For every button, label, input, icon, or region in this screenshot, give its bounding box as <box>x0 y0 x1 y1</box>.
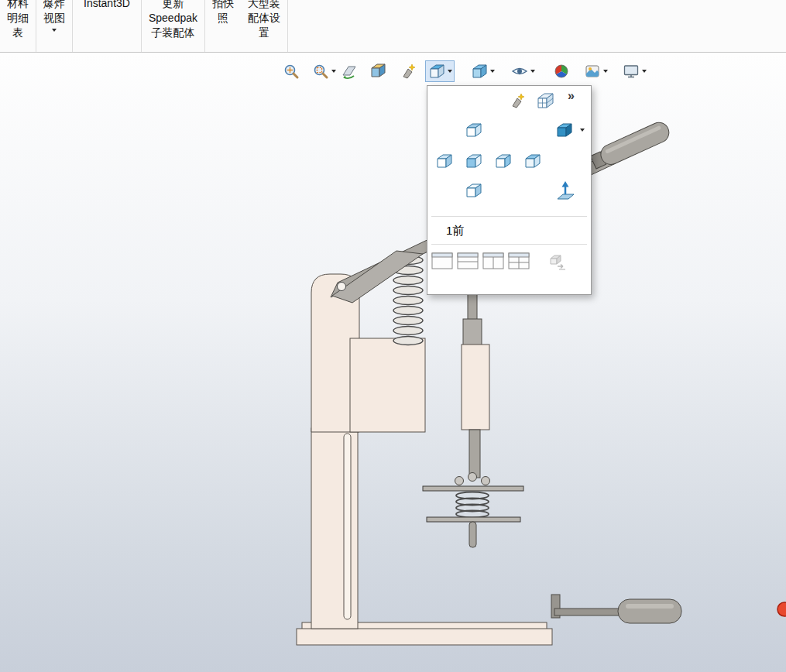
hide-show-items-button[interactable] <box>508 60 537 82</box>
isometric-flyout-caret-icon[interactable] <box>580 129 585 132</box>
panel-divider <box>431 244 587 245</box>
model-crank[interactable] <box>551 595 681 623</box>
toolbar-label: 明细 <box>7 11 29 26</box>
zoom-to-fit-button[interactable] <box>280 60 303 82</box>
front-view-cube-icon <box>463 152 485 170</box>
toolbar-label: 视图 <box>43 11 65 26</box>
hide-show-items-icon <box>510 62 529 81</box>
link-views-button <box>546 252 571 273</box>
toolbar-label: 爆炸 <box>43 0 65 11</box>
previous-view-icon <box>340 62 359 81</box>
zoom-to-fit-icon <box>282 62 300 81</box>
normal-to-icon <box>553 180 576 201</box>
toolbar-update-speedpak-button[interactable]: 更新 Speedpak 子装配体 <box>142 0 204 53</box>
solidworks-window: 材料 明细 表 爆炸 视图 Instant3D 更新 Speedpak 子装配体… <box>0 0 786 672</box>
dropdown-caret-icon <box>331 70 336 73</box>
model-pivot-hole[interactable] <box>338 283 346 291</box>
zoom-to-area-button[interactable] <box>309 60 338 82</box>
view-cube-isometric-button[interactable] <box>553 119 576 141</box>
toolbar-label: Speedpak <box>149 11 197 26</box>
annotation-views-button[interactable] <box>396 60 420 82</box>
section-view-icon <box>369 62 387 81</box>
toolbar-snapshot-button[interactable]: 拍快 照 <box>205 0 241 53</box>
previous-view-button[interactable] <box>338 60 361 82</box>
model-upper-plate[interactable] <box>423 486 523 491</box>
view-cube-top-button[interactable] <box>462 119 486 141</box>
toolbar-label: 配体设 <box>248 11 280 26</box>
view-cube-bottom-button[interactable] <box>462 180 486 201</box>
model-crank-grip[interactable] <box>618 599 681 623</box>
apply-scene-button[interactable] <box>581 60 610 82</box>
model-lower-plate[interactable] <box>427 517 520 522</box>
panel-more-chevron[interactable]: » <box>568 90 575 102</box>
right-view-cube-icon <box>493 152 514 170</box>
dropdown-caret-icon <box>603 70 608 73</box>
model-frame[interactable] <box>297 274 552 645</box>
single-view-icon <box>431 252 453 269</box>
viewport-four-view-button[interactable] <box>506 250 531 271</box>
toolbar-label: 大型装 <box>248 0 280 11</box>
toolbar-instant3d-button[interactable]: Instant3D <box>73 0 141 53</box>
rollback-indicator <box>777 602 786 616</box>
model-head-block[interactable] <box>350 338 425 432</box>
viewport-two-vertical-button[interactable] <box>481 250 506 271</box>
toolbar-bom-button[interactable]: 材料 明细 表 <box>0 0 36 53</box>
model-linkage-ring[interactable] <box>469 473 477 482</box>
view-cube-back-button[interactable] <box>521 150 544 172</box>
view-cube-left-button[interactable] <box>433 150 456 172</box>
display-style-button[interactable] <box>468 60 497 82</box>
view-selector-icon <box>535 91 555 110</box>
model-linkage-ring[interactable] <box>455 477 464 485</box>
normal-to-button[interactable] <box>551 178 578 203</box>
view-cube-front-button[interactable] <box>462 150 486 172</box>
two-view-vertical-icon <box>482 252 504 269</box>
saved-view-item[interactable]: 1前 <box>427 219 591 242</box>
view-orientation-icon <box>427 62 446 81</box>
dropdown-caret-icon <box>530 70 535 73</box>
annotation-views-icon <box>399 62 417 81</box>
toolbar-large-assembly-button[interactable]: 大型装 配体设 置 <box>241 0 287 53</box>
view-selector-button[interactable] <box>534 90 556 111</box>
model-canvas[interactable] <box>0 53 786 672</box>
panel-divider <box>431 216 587 217</box>
new-view-icon <box>508 91 527 110</box>
toolbar-label: 更新 <box>162 0 184 11</box>
section-view-button[interactable] <box>366 60 390 82</box>
model-ram-block[interactable] <box>462 345 489 430</box>
model-small-spring[interactable] <box>456 492 489 518</box>
toolbar-label: 置 <box>259 26 269 40</box>
four-view-icon <box>508 252 530 269</box>
apply-scene-icon <box>583 62 602 81</box>
toolbar-label: 材料 <box>7 0 29 11</box>
model-ram-rod[interactable] <box>469 430 480 478</box>
bottom-view-cube-icon <box>463 181 485 200</box>
viewport-two-horizontal-button[interactable] <box>455 250 480 271</box>
display-style-icon <box>470 62 489 81</box>
model-column-slot[interactable] <box>344 434 351 619</box>
dropdown-caret-icon <box>642 70 647 73</box>
viewport-single-button[interactable] <box>430 250 455 271</box>
model-pin[interactable] <box>469 522 476 547</box>
view-orientation-button[interactable] <box>425 60 455 82</box>
main-toolbar: 材料 明细 表 爆炸 视图 Instant3D 更新 Speedpak 子装配体… <box>0 0 786 53</box>
view-cube-right-button[interactable] <box>492 150 515 172</box>
toolbar-label: 子装配体 <box>151 26 194 40</box>
model-clevis[interactable] <box>463 319 482 345</box>
model-base-plate[interactable] <box>297 629 552 645</box>
left-view-cube-icon <box>434 152 455 170</box>
model-linkage-ring[interactable] <box>482 477 490 485</box>
graphics-viewport[interactable]: » <box>0 53 786 672</box>
dropdown-caret-icon <box>490 70 495 73</box>
zoom-to-area-icon <box>311 62 330 81</box>
new-view-button[interactable] <box>506 90 528 111</box>
toolbar-exploded-view-button[interactable]: 爆炸 视图 <box>36 0 72 53</box>
view-settings-button[interactable] <box>620 60 649 82</box>
dropdown-caret-icon <box>448 70 452 73</box>
link-views-icon <box>548 253 568 272</box>
isometric-view-cube-icon <box>554 121 575 139</box>
dropdown-caret-icon <box>52 29 57 32</box>
edit-appearance-button[interactable] <box>550 60 573 82</box>
toolbar-separator <box>287 0 288 53</box>
edit-appearance-icon <box>552 62 571 81</box>
model-handle-grip[interactable] <box>589 119 672 172</box>
